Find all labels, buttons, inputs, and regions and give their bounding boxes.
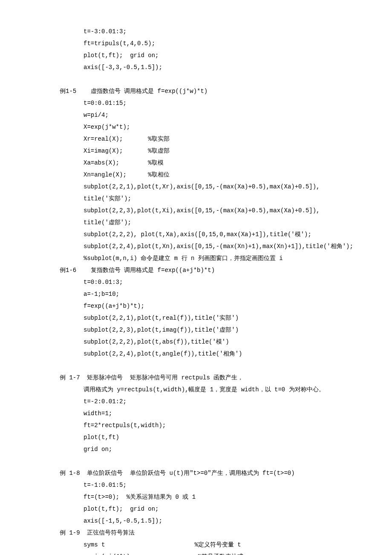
code-line: t=0:0.01:15; bbox=[60, 97, 332, 109]
code-line: t=-2:0.01:2; bbox=[60, 396, 332, 408]
code-line: plot(t,ft); grid on; bbox=[60, 49, 332, 61]
code-line: w=pi/4; bbox=[60, 109, 332, 121]
code-line: ft=2*rectpuls(t,width); bbox=[60, 419, 332, 431]
code-line: f=exp((a+j*b)*t); bbox=[60, 300, 332, 312]
code-line: ft=tripuls(t,4,0.5); bbox=[60, 38, 332, 49]
code-line: Xi=imag(X); %取虚部 bbox=[60, 145, 332, 157]
code-line: subplot(2,2,4),plot(t,angle(f)),title('相… bbox=[60, 348, 332, 360]
example-header-1-7: 例 1-7 矩形脉冲信号 矩形脉冲信号可用 rectpuls 函数产生， bbox=[60, 372, 332, 384]
code-line: subplot(2,2,2), plot(t,Xa),axis([0,15,0,… bbox=[60, 228, 332, 240]
code-line: subplot(2,2,4),plot(t,Xn),axis([0,15,-(m… bbox=[60, 240, 332, 252]
code-line: t=-3:0.01:3; bbox=[60, 26, 332, 38]
code-line: subplot(2,2,3),plot(t,imag(f)),title('虚部… bbox=[60, 324, 332, 336]
example-header-1-5: 例1-5 虚指数信号 调用格式是 f=exp((j*w)*t) bbox=[60, 85, 332, 97]
example-header-1-9: 例 1-9 正弦信号符号算法 bbox=[60, 527, 332, 539]
code-line: width=1; bbox=[60, 408, 332, 419]
code-line: axis([-3,3,-0.5,1.5]); bbox=[60, 61, 332, 73]
code-line: Xa=abs(X); %取模 bbox=[60, 157, 332, 169]
code-line: y=sin(pi/4*t) %符号函数表达式 bbox=[60, 551, 332, 555]
code-line: t=-1:0.01:5; bbox=[60, 479, 332, 491]
example-header-1-6: 例1-6 复指数信号 调用格式是 f=exp((a+j*b)*t) bbox=[60, 264, 332, 276]
code-line: subplot(2,2,1),plot(t,real(f)),title('实部… bbox=[60, 312, 332, 324]
code-line: grid on; bbox=[60, 443, 332, 455]
blank-line bbox=[60, 360, 332, 372]
code-line: ft=(t>=0); %关系运算结果为 0 或 1 bbox=[60, 491, 332, 503]
code-line: X=exp(j*w*t); bbox=[60, 121, 332, 133]
code-line: plot(t,ft) bbox=[60, 431, 332, 443]
code-line: plot(t,ft); grid on; bbox=[60, 503, 332, 515]
code-line: subplot(2,2,1),plot(t,Xr),axis([0,15,-(m… bbox=[60, 181, 332, 193]
code-line: title('虚部'); bbox=[60, 217, 332, 228]
code-line: Xn=angle(X); %取相位 bbox=[60, 169, 332, 181]
blank-line bbox=[60, 455, 332, 467]
code-line: t=0:0.01:3; bbox=[60, 276, 332, 288]
code-line: subplot(2,2,3),plot(t,Xi),axis([0,15,-(m… bbox=[60, 205, 332, 217]
example-header-1-8: 例 1-8 单位阶跃信号 单位阶跃信号 u(t)用"t>=0"产生，调用格式为 … bbox=[60, 467, 332, 479]
code-line: subplot(2,2,2),plot(t,abs(f)),title('模') bbox=[60, 336, 332, 348]
code-line: Xr=real(X); %取实部 bbox=[60, 133, 332, 145]
code-line: a=-1;b=10; bbox=[60, 288, 332, 300]
code-line: %subplot(m,n,i) 命令是建立 m 行 n 列画图窗口，并指定画图位… bbox=[60, 252, 332, 264]
document-body: t=-3:0.01:3; ft=tripuls(t,4,0.5); plot(t… bbox=[60, 26, 332, 555]
blank-line bbox=[60, 73, 332, 85]
code-line: axis([-1,5,-0.5,1.5]); bbox=[60, 515, 332, 527]
code-line: title('实部'); bbox=[60, 193, 332, 205]
code-line: syms t %定义符号变量 t bbox=[60, 539, 332, 551]
example-subheader-1-7: 调用格式为 y=rectpuls(t,width),幅度是 1，宽度是 widt… bbox=[60, 384, 332, 396]
